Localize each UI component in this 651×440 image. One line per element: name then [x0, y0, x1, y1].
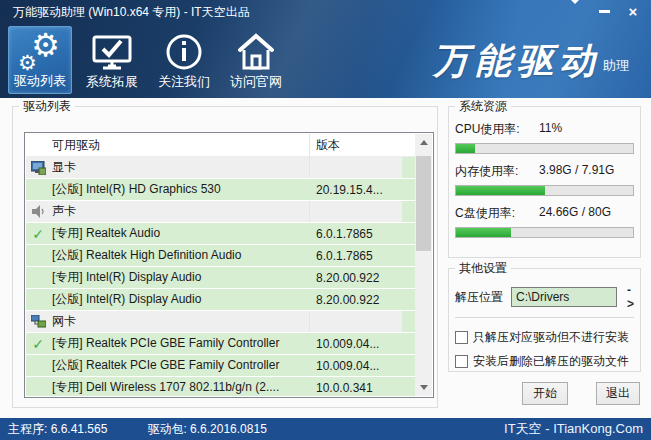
category-row[interactable]: 网卡	[26, 311, 415, 333]
driver-name: [专用] Dell Wireless 1707 802.11b/g/n (2..…	[50, 379, 309, 396]
monitor-check-icon	[91, 30, 133, 74]
progress-fill	[456, 186, 545, 195]
driver-row[interactable]: [专用] Intel(R) Display Audio8.20.00.922	[26, 267, 415, 289]
resource-meter: CPU使用率:11%	[455, 121, 634, 154]
toolbar-item-3[interactable]: 访问官网	[224, 26, 288, 94]
driver-version: 8.20.00.922	[309, 289, 415, 310]
checkbox-icon[interactable]	[455, 355, 468, 368]
driver-row[interactable]: ✓[专用] Realtek Audio6.0.1.7865	[26, 223, 415, 245]
meter-label: 内存使用率:	[455, 163, 533, 180]
settings-checkbox-row-1[interactable]: 安装后删除已解压的驱动文件	[455, 351, 636, 371]
app-logo: 万能驱动 助理	[433, 42, 629, 78]
toolbar-item-0[interactable]: ⚙⚙驱动列表	[8, 26, 72, 94]
meter-label: CPU使用率:	[455, 121, 533, 138]
driver-version	[309, 157, 415, 178]
column-version[interactable]: 版本	[309, 134, 415, 156]
driver-version	[309, 201, 415, 222]
driver-name: 声卡	[50, 203, 309, 220]
toolbar-item-label: 访问官网	[230, 74, 282, 90]
progress-bar	[455, 227, 634, 238]
driver-name: [专用] Intel(R) Display Audio	[50, 269, 309, 286]
extract-location-label: 解压位置	[455, 289, 503, 306]
category-row[interactable]: 声卡	[26, 201, 415, 223]
checkbox-label: 只解压对应驱动但不进行安装	[473, 329, 629, 346]
logo-sub-text: 助理	[603, 57, 629, 75]
progress-fill	[456, 144, 475, 153]
window-title: 万能驱动助理 (Win10.x64 专用) - IT天空出品	[0, 4, 250, 21]
info-icon	[164, 30, 204, 74]
driver-version: 6.0.1.7865	[309, 245, 415, 266]
main-body: 驱动列表 可用驱动 版本 显卡[公版] Intel(R) HD Graphics…	[0, 98, 651, 418]
website-link[interactable]: IT天空 - ITianKong.Com	[504, 420, 651, 438]
driver-version: 6.0.1.7865	[309, 223, 415, 244]
driver-row[interactable]: [公版] Intel(R) HD Graphics 53020.19.15.4.…	[26, 179, 415, 201]
scrollbar-thumb[interactable]	[416, 156, 431, 251]
driver-name: [公版] Realtek High Definition Audio	[50, 247, 309, 264]
system-resources-title: 系统资源	[455, 99, 511, 114]
display-icon	[26, 161, 50, 175]
list-header[interactable]: 可用驱动 版本	[26, 134, 415, 157]
driver-pack-version: 驱动包: 6.6.2016.0815	[107, 421, 266, 438]
meter-value: 11%	[539, 121, 562, 138]
driver-version	[309, 311, 415, 332]
scroll-down-icon[interactable]	[415, 379, 432, 396]
driver-name: [公版] Realtek PCIe GBE Family Controller	[50, 357, 309, 374]
extract-path-input[interactable]	[511, 287, 617, 307]
driver-version: 10.009.04...	[309, 333, 415, 354]
driver-row[interactable]: [公版] Realtek PCIe GBE Family Controller1…	[26, 355, 415, 377]
skin-menu-icon[interactable]	[567, 4, 583, 18]
progress-bar	[455, 143, 634, 154]
close-icon[interactable]: ×	[625, 4, 641, 18]
network-icon	[26, 315, 50, 329]
main-program-version: 主程序: 6.6.41.565	[0, 421, 107, 438]
driver-list-group: 驱动列表 可用驱动 版本 显卡[公版] Intel(R) HD Graphics…	[12, 106, 438, 408]
start-button[interactable]: 开始	[522, 382, 568, 405]
scroll-up-icon[interactable]	[415, 134, 432, 151]
logo-main-text: 万能驱动	[433, 42, 601, 78]
category-row[interactable]: 显卡	[26, 157, 415, 179]
driver-listview: 可用驱动 版本 显卡[公版] Intel(R) HD Graphics 5302…	[24, 132, 434, 398]
minimize-icon[interactable]	[596, 4, 612, 18]
other-settings-group: 其他设置 解压位置 -> 只解压对应驱动但不进行安装安装后删除已解压的驱动文件	[448, 268, 641, 372]
driver-name: 网卡	[50, 313, 309, 330]
toolbar-item-label: 关注我们	[158, 74, 210, 90]
driver-list-group-title: 驱动列表	[19, 99, 75, 114]
exit-button[interactable]: 退出	[596, 382, 640, 405]
check-icon: ✓	[26, 337, 50, 351]
home-icon	[235, 30, 277, 74]
driver-row[interactable]: [公版] Intel(R) Display Audio8.20.00.922	[26, 289, 415, 311]
other-settings-title: 其他设置	[455, 261, 511, 276]
gears-icon: ⚙⚙	[18, 29, 62, 73]
column-available-drivers[interactable]: 可用驱动	[50, 137, 309, 154]
driver-name: [专用] Realtek PCIe GBE Family Controller	[50, 335, 309, 352]
meter-value: 24.66G / 80G	[539, 205, 611, 222]
resource-meters: CPU使用率:11%内存使用率:3.98G / 7.91GC盘使用率:24.66…	[455, 121, 634, 247]
progress-bar	[455, 185, 634, 196]
check-icon: ✓	[26, 227, 50, 241]
driver-name: [公版] Intel(R) HD Graphics 530	[50, 181, 309, 198]
checkbox-icon[interactable]	[455, 331, 468, 344]
driver-name: 显卡	[50, 159, 309, 176]
titlebar: 万能驱动助理 (Win10.x64 专用) - IT天空出品 ×	[0, 0, 651, 24]
toolbar-item-label: 驱动列表	[14, 73, 66, 89]
toolbar-item-label: 系统拓展	[86, 74, 138, 90]
driver-name: [专用] Realtek Audio	[50, 225, 309, 242]
driver-row[interactable]: [公版] Realtek High Definition Audio6.0.1.…	[26, 245, 415, 267]
settings-checkbox-row-0[interactable]: 只解压对应驱动但不进行安装	[455, 327, 636, 347]
toolbar-item-1[interactable]: 系统拓展	[80, 26, 144, 94]
progress-fill	[456, 228, 511, 237]
status-bar: 主程序: 6.6.41.565 驱动包: 6.6.2016.0815 IT天空 …	[0, 418, 651, 440]
checkbox-label: 安装后删除已解压的驱动文件	[473, 353, 629, 370]
meter-value: 3.98G / 7.91G	[539, 163, 614, 180]
driver-version: 8.20.00.922	[309, 267, 415, 288]
vertical-scrollbar[interactable]	[415, 134, 432, 396]
driver-row[interactable]: ✓[专用] Realtek PCIe GBE Family Controller…	[26, 333, 415, 355]
browse-button[interactable]: ->	[627, 283, 635, 311]
resource-meter: C盘使用率:24.66G / 80G	[455, 205, 634, 238]
toolbar-item-2[interactable]: 关注我们	[152, 26, 216, 94]
resource-meter: 内存使用率:3.98G / 7.91G	[455, 163, 634, 196]
system-resources-group: 系统资源 CPU使用率:11%内存使用率:3.98G / 7.91GC盘使用率:…	[448, 106, 641, 258]
settings-divider	[455, 317, 634, 318]
header: 万能驱动助理 (Win10.x64 专用) - IT天空出品 × ⚙⚙驱动列表系…	[0, 0, 651, 98]
driver-row[interactable]: [专用] Dell Wireless 1707 802.11b/g/n (2..…	[26, 377, 415, 396]
